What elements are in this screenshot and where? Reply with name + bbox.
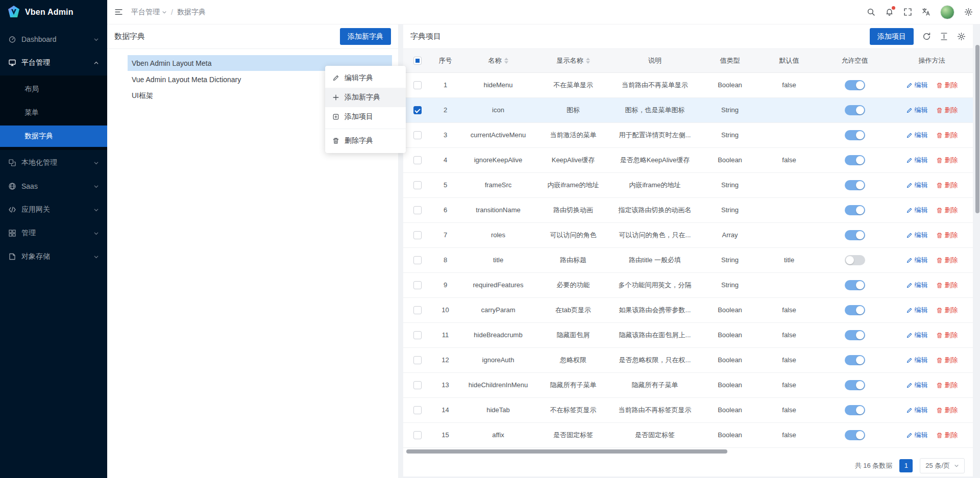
- refresh-icon[interactable]: [922, 32, 931, 41]
- sidebar-item-menu[interactable]: 菜单: [0, 102, 107, 123]
- edit-button[interactable]: 编辑: [906, 381, 928, 390]
- sidebar-item-locale[interactable]: 本地化管理: [0, 152, 107, 173]
- fullscreen-icon[interactable]: [903, 8, 912, 16]
- column-header[interactable]: 名称: [459, 49, 537, 72]
- row-checkbox[interactable]: [413, 231, 422, 239]
- add-dictionary-button[interactable]: 添加新字典: [340, 28, 391, 45]
- delete-button[interactable]: 删除: [936, 206, 958, 215]
- row-checkbox[interactable]: [413, 306, 422, 314]
- delete-button[interactable]: 删除: [936, 356, 958, 365]
- column-settings-gear-icon[interactable]: [957, 32, 966, 41]
- page-1-button[interactable]: 1: [899, 459, 913, 472]
- delete-button[interactable]: 删除: [936, 281, 958, 290]
- notification-bell-icon[interactable]: [885, 8, 894, 16]
- row-checkbox[interactable]: [413, 206, 422, 214]
- edit-button[interactable]: 编辑: [906, 306, 928, 315]
- allow-null-toggle[interactable]: [845, 330, 865, 340]
- sidebar-item-saas[interactable]: Saas: [0, 175, 107, 197]
- delete-button[interactable]: 删除: [936, 106, 958, 115]
- search-icon[interactable]: [867, 8, 875, 16]
- edit-button[interactable]: 编辑: [906, 81, 928, 90]
- sidebar-item-layout[interactable]: 布局: [0, 79, 107, 100]
- add-item-button[interactable]: 添加项目: [870, 28, 914, 45]
- allow-null-toggle[interactable]: [845, 205, 865, 215]
- allow-null-toggle[interactable]: [845, 405, 865, 415]
- allow-null-toggle[interactable]: [845, 380, 865, 390]
- allow-null-toggle[interactable]: [845, 355, 865, 365]
- allow-null-toggle[interactable]: [845, 230, 865, 240]
- allow-null-toggle[interactable]: [845, 180, 865, 190]
- horizontal-scrollbar-thumb[interactable]: [406, 449, 727, 454]
- sidebar-item-gateway[interactable]: 应用网关: [0, 199, 107, 220]
- edit-button[interactable]: 编辑: [906, 406, 928, 415]
- sidebar-item-platform[interactable]: 平台管理: [0, 52, 107, 73]
- user-avatar[interactable]: [940, 5, 954, 19]
- delete-button[interactable]: 删除: [936, 181, 958, 190]
- row-checkbox[interactable]: [413, 281, 422, 289]
- delete-button[interactable]: 删除: [936, 81, 958, 90]
- column-header[interactable]: 显示名称: [537, 49, 609, 72]
- allow-null-toggle[interactable]: [845, 305, 865, 315]
- menu-fold-icon[interactable]: [114, 8, 123, 16]
- row-checkbox[interactable]: [413, 106, 422, 114]
- sidebar-item-data-dictionary[interactable]: 数据字典: [0, 125, 107, 147]
- cell-actions: 编辑删除: [891, 273, 973, 297]
- allow-null-toggle[interactable]: [845, 280, 865, 290]
- row-checkbox[interactable]: [413, 381, 422, 389]
- context-menu-item-add-item[interactable]: 添加项目: [325, 107, 406, 127]
- sidebar-item-storage[interactable]: 对象存储: [0, 246, 107, 267]
- allow-null-toggle[interactable]: [845, 430, 865, 440]
- edit-button[interactable]: 编辑: [906, 131, 928, 140]
- breadcrumb-item[interactable]: 数据字典: [177, 8, 206, 17]
- row-checkbox[interactable]: [413, 406, 422, 414]
- edit-button[interactable]: 编辑: [906, 431, 928, 440]
- allow-null-toggle[interactable]: [845, 255, 865, 265]
- page-size-select[interactable]: 25 条/页: [920, 458, 965, 473]
- edit-button[interactable]: 编辑: [906, 281, 928, 290]
- delete-button[interactable]: 删除: [936, 306, 958, 315]
- edit-button[interactable]: 编辑: [906, 231, 928, 240]
- sort-icon[interactable]: [504, 58, 508, 64]
- edit-button[interactable]: 编辑: [906, 206, 928, 215]
- delete-button[interactable]: 删除: [936, 156, 958, 165]
- logo[interactable]: Vben Admin: [0, 0, 107, 24]
- delete-button[interactable]: 删除: [936, 406, 958, 415]
- select-all-checkbox[interactable]: [413, 57, 422, 65]
- sidebar-item-manage[interactable]: 管理: [0, 222, 107, 244]
- context-menu-item-edit-dictionary[interactable]: 编辑字典: [325, 68, 406, 88]
- allow-null-toggle[interactable]: [845, 130, 865, 140]
- edit-button[interactable]: 编辑: [906, 331, 928, 340]
- row-checkbox[interactable]: [413, 331, 422, 339]
- allow-null-toggle[interactable]: [845, 80, 865, 90]
- edit-button[interactable]: 编辑: [906, 356, 928, 365]
- row-checkbox[interactable]: [413, 131, 422, 139]
- sort-icon[interactable]: [586, 58, 590, 64]
- sidebar-item-dashboard[interactable]: Dashboard: [0, 29, 107, 50]
- row-checkbox[interactable]: [413, 81, 422, 89]
- row-checkbox[interactable]: [413, 181, 422, 189]
- edit-button[interactable]: 编辑: [906, 156, 928, 165]
- row-checkbox[interactable]: [413, 256, 422, 264]
- delete-button[interactable]: 删除: [936, 431, 958, 440]
- context-menu-item-add-new-dictionary[interactable]: 添加新字典: [325, 88, 406, 107]
- allow-null-toggle[interactable]: [845, 155, 865, 165]
- delete-button[interactable]: 删除: [936, 231, 958, 240]
- delete-button[interactable]: 删除: [936, 331, 958, 340]
- delete-button[interactable]: 删除: [936, 381, 958, 390]
- breadcrumb-item[interactable]: 平台管理: [131, 8, 167, 17]
- edit-button[interactable]: 编辑: [906, 256, 928, 265]
- delete-button[interactable]: 删除: [936, 256, 958, 265]
- delete-button[interactable]: 删除: [936, 131, 958, 140]
- language-icon[interactable]: [922, 8, 930, 16]
- edit-button[interactable]: 编辑: [906, 181, 928, 190]
- vertical-scrollbar-thumb[interactable]: [975, 45, 979, 213]
- context-menu-item-delete-dictionary[interactable]: 删除字典: [325, 131, 406, 150]
- edit-button[interactable]: 编辑: [906, 106, 928, 115]
- row-checkbox[interactable]: [413, 356, 422, 364]
- settings-gear-icon[interactable]: [964, 8, 973, 16]
- trash-icon: [936, 432, 943, 439]
- row-checkbox[interactable]: [413, 431, 422, 439]
- row-checkbox[interactable]: [413, 156, 422, 164]
- row-height-icon[interactable]: [940, 32, 948, 41]
- allow-null-toggle[interactable]: [845, 105, 865, 115]
